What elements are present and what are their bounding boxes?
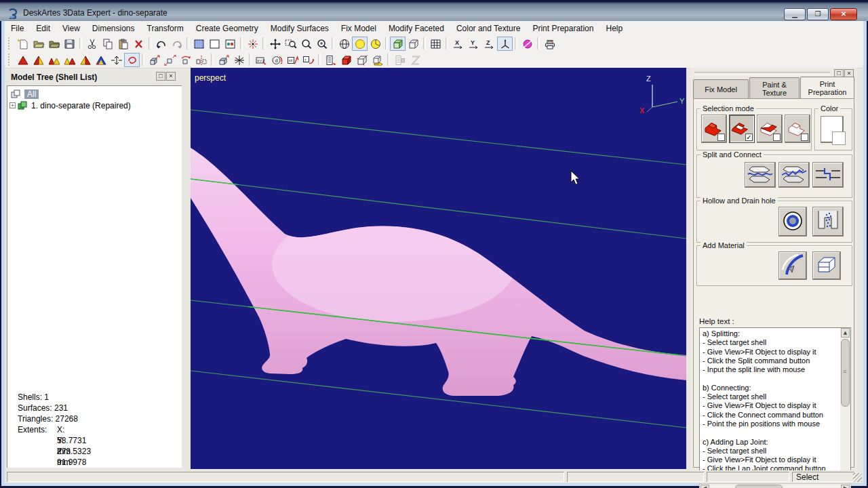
solid-cube-button[interactable] (338, 53, 354, 67)
scroll-right-icon[interactable]: ▶ (841, 485, 850, 488)
select-single-button[interactable] (785, 115, 810, 143)
toolbar-grip[interactable] (8, 54, 12, 66)
tab-fix-model[interactable]: Fix Model (693, 79, 749, 99)
selection-checkbox[interactable] (717, 134, 725, 141)
menu-help[interactable]: Help (599, 22, 629, 35)
menu-file[interactable]: File (5, 22, 30, 35)
scale-box-button[interactable] (162, 53, 178, 67)
undo-button[interactable] (153, 37, 169, 51)
copy-cube-button[interactable] (216, 53, 231, 67)
scrollbar-thumb[interactable] (841, 339, 850, 407)
tri-multi-button[interactable] (93, 53, 108, 67)
meas-xyz-button[interactable] (254, 53, 269, 67)
snap-star-button[interactable] (231, 53, 247, 67)
scroll-left-icon[interactable]: ◀ (701, 485, 709, 488)
menu-print-preparation[interactable]: Print Preparation (526, 22, 599, 35)
open-part-button[interactable] (46, 37, 62, 51)
tree-item-model[interactable]: + 1. dino-separate (Repaired) (9, 100, 131, 111)
menu-modify-faceted[interactable]: Modify Faceted (382, 22, 450, 35)
tree-item-label[interactable]: 1. dino-separate (Repaired) (31, 101, 131, 110)
view-x-button[interactable] (450, 37, 466, 51)
maximize-button[interactable]: ❐ (807, 8, 829, 20)
delete-button[interactable] (131, 37, 146, 51)
lap-joint-button[interactable] (812, 162, 844, 188)
move-arrow-button[interactable] (146, 53, 162, 67)
select-shell-button[interactable] (701, 115, 727, 143)
shaded-view-button[interactable] (352, 37, 368, 51)
explode-button[interactable] (245, 37, 260, 51)
offset-surface-button[interactable] (778, 251, 807, 280)
toolbar-grip[interactable] (8, 37, 12, 49)
tri-partial-button[interactable] (31, 53, 46, 67)
selection-checkbox[interactable] (801, 134, 808, 141)
drain-hole-button[interactable] (812, 207, 844, 237)
menu-edit[interactable]: Edit (30, 22, 56, 35)
selection-checkbox[interactable]: ✓ (745, 134, 753, 141)
hidden-line-button[interactable] (368, 37, 383, 51)
send-cube-button[interactable] (370, 53, 385, 67)
help-vertical-scrollbar[interactable]: ▲ ▼ (840, 328, 850, 481)
list-gray-button[interactable] (392, 53, 408, 67)
print-button[interactable] (542, 37, 557, 51)
select-surface-button[interactable]: ✓ (729, 115, 755, 143)
meas-r-button[interactable] (300, 53, 316, 67)
split-button[interactable] (745, 162, 776, 188)
frame-cube-button[interactable] (354, 53, 370, 67)
meas-d-button[interactable] (269, 53, 285, 67)
menu-color-and-texture[interactable]: Color and Texture (450, 22, 527, 35)
menu-modify-surfaces[interactable]: Modify Surfaces (264, 22, 335, 35)
copy-button[interactable] (100, 37, 115, 51)
pan-button[interactable] (267, 37, 283, 51)
meas-angle-button[interactable] (285, 53, 300, 67)
color-box-button[interactable] (222, 37, 238, 51)
grid-button[interactable] (428, 37, 443, 51)
tri-select-button[interactable] (15, 53, 31, 67)
cube-shaded-button[interactable] (390, 37, 406, 51)
tri-swap-button[interactable] (77, 53, 93, 67)
zoom-button[interactable] (298, 37, 314, 51)
select-triangles-button[interactable] (757, 115, 783, 143)
zoom-window-button[interactable] (283, 37, 298, 51)
menu-view[interactable]: View (56, 22, 86, 35)
add-box-button[interactable] (812, 251, 841, 280)
lasso-button[interactable] (124, 53, 140, 67)
tree-item-label[interactable]: All (24, 89, 39, 99)
align-button[interactable] (108, 53, 124, 67)
connect-button[interactable] (778, 162, 810, 188)
scroll-up-icon[interactable]: ▲ (841, 328, 850, 338)
white-box-button[interactable] (207, 37, 222, 51)
scrollbar-thumb[interactable] (735, 485, 783, 488)
menu-dimensions[interactable]: Dimensions (86, 22, 141, 35)
color-swatch-button[interactable] (821, 116, 844, 143)
panel-grip[interactable] (694, 72, 830, 75)
minimize-button[interactable]: ▁ (784, 8, 806, 20)
paste-button[interactable] (115, 37, 131, 51)
help-horizontal-scrollbar[interactable]: ◀ ▶ (699, 483, 851, 488)
resize-grip[interactable] (853, 473, 862, 482)
view-y-button[interactable] (466, 37, 481, 51)
shell-list-button[interactable] (323, 53, 338, 67)
rotate-box-button[interactable] (178, 53, 193, 67)
help-text-box[interactable]: a) Splitting: - Select target shell - Gi… (699, 327, 851, 482)
tri-remove-button[interactable] (62, 53, 77, 67)
cube-wire-button[interactable] (406, 37, 421, 51)
tree-expander-icon[interactable]: + (9, 102, 16, 108)
zoom-inout-button[interactable] (314, 37, 330, 51)
menu-transform[interactable]: Transform (141, 22, 190, 35)
cut-button[interactable] (84, 37, 100, 51)
panel-close-button[interactable]: × (166, 72, 176, 81)
tab-print-preparation[interactable]: Print Preparation (800, 77, 854, 99)
model-tree-panel[interactable]: All + 1. dino-separate (Repaired) Shells… (7, 85, 182, 468)
wait-x-button[interactable] (408, 53, 423, 67)
menu-fix-model[interactable]: Fix Model (335, 22, 382, 35)
selection-checkbox[interactable] (773, 134, 781, 141)
close-button[interactable]: ✕ (830, 8, 857, 20)
tri-add-button[interactable] (46, 53, 62, 67)
hollow-button[interactable] (778, 207, 807, 237)
redo-button[interactable] (169, 37, 184, 51)
axis-button[interactable] (497, 37, 513, 51)
new-file-button[interactable] (15, 37, 31, 51)
tab-paint-texture[interactable]: Paint & Texture (749, 77, 800, 99)
save-button[interactable] (62, 37, 77, 51)
material-ball-button[interactable] (519, 37, 535, 51)
